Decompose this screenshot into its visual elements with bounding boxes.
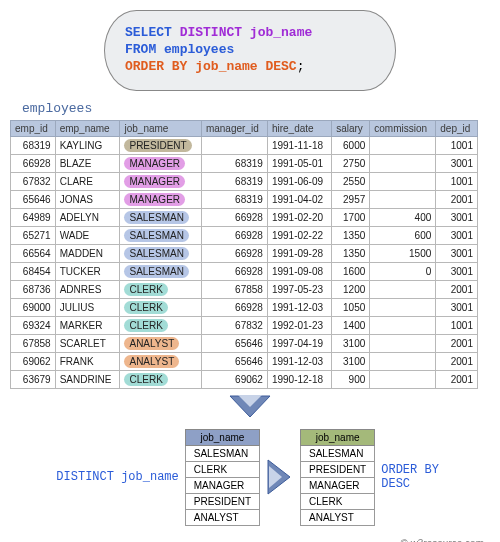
sql-ordercol: job_name	[195, 59, 257, 74]
table-row: 66564MADDENSALESMAN669281991-09-28135015…	[11, 244, 478, 262]
col-commission: commission	[370, 120, 436, 136]
table-row: 68454TUCKERSALESMAN669281991-09-08160003…	[11, 262, 478, 280]
list-item: CLERK	[185, 461, 259, 477]
list-item: PRESIDENT	[185, 493, 259, 509]
table-row: 64989ADELYNSALESMAN669281991-02-20170040…	[11, 208, 478, 226]
distinct-header: job_name	[185, 429, 259, 445]
table-row: 67858SCARLETANALYST656461997-04-19310020…	[11, 334, 478, 352]
list-item: SALESMAN	[301, 445, 375, 461]
ordered-header: job_name	[301, 429, 375, 445]
col-dep-id: dep_id	[436, 120, 478, 136]
col-emp-name: emp_name	[55, 120, 120, 136]
table-row: 65646JONASMANAGER683191991-04-0229572001	[11, 190, 478, 208]
sql-from: FROM	[125, 42, 156, 57]
sql-select: SELECT	[125, 25, 172, 40]
col-manager-id: manager_id	[201, 120, 267, 136]
distinct-table: job_name SALESMANCLERKMANAGERPRESIDENTAN…	[185, 429, 260, 526]
table-row: 68319KAYLINGPRESIDENT1991-11-1860001001	[11, 136, 478, 154]
sql-distinct: DISTINCT	[180, 25, 242, 40]
bottom-diagram: DISTINCT job_name job_name SALESMANCLERK…	[10, 429, 490, 526]
sql-semicolon: ;	[297, 59, 305, 74]
table-row: 63679SANDRINECLERK690621990-12-189002001	[11, 370, 478, 388]
table-row: 69062FRANKANALYST656461991-12-0331002001	[11, 352, 478, 370]
table-row: 67832CLAREMANAGER683191991-06-0925501001	[11, 172, 478, 190]
col-emp-id: emp_id	[11, 120, 56, 136]
arrow-down-icon	[10, 393, 490, 423]
arrow-right-icon	[266, 452, 294, 502]
sql-table: employees	[164, 42, 234, 57]
list-item: ANALYST	[185, 509, 259, 525]
table-label: employees	[22, 101, 490, 116]
col-salary: salary	[332, 120, 370, 136]
employees-table: emp_id emp_name job_name manager_id hire…	[10, 120, 478, 389]
list-item: MANAGER	[301, 477, 375, 493]
sql-statement-bubble: SELECT DISTINCT job_name FROM employees …	[104, 10, 396, 91]
col-job-name: job_name	[120, 120, 201, 136]
table-row: 65271WADESALESMAN669281991-02-2213506003…	[11, 226, 478, 244]
sql-desc: DESC	[265, 59, 296, 74]
list-item: CLERK	[301, 493, 375, 509]
table-row: 66928BLAZEMANAGER683191991-05-0127503001	[11, 154, 478, 172]
list-item: MANAGER	[185, 477, 259, 493]
table-row: 69000JULIUSCLERK669281991-12-0310503001	[11, 298, 478, 316]
table-row: 69324MARKERCLERK678321992-01-2314001001	[11, 316, 478, 334]
footer-credit: © w3resource.com	[10, 538, 490, 542]
table-row: 68736ADNRESCLERK678581997-05-2312002001	[11, 280, 478, 298]
list-item: PRESIDENT	[301, 461, 375, 477]
distinct-label: DISTINCT job_name	[39, 470, 179, 484]
order-by-label: ORDER BY DESC	[381, 463, 461, 491]
list-item: ANALYST	[301, 509, 375, 525]
ordered-table: job_name SALESMANPRESIDENTMANAGERCLERKAN…	[300, 429, 375, 526]
col-hire-date: hire_date	[267, 120, 331, 136]
sql-orderby: ORDER BY	[125, 59, 187, 74]
sql-col: job_name	[250, 25, 312, 40]
list-item: SALESMAN	[185, 445, 259, 461]
